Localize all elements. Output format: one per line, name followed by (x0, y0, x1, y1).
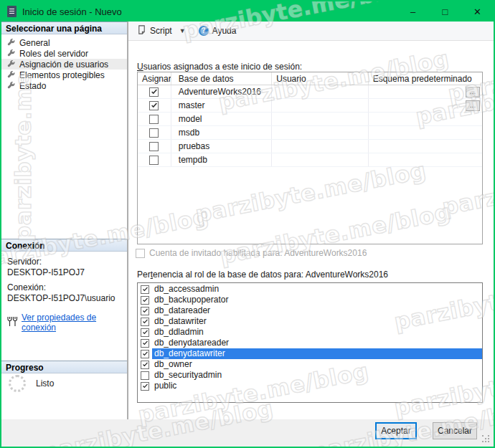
database-name-cell: pruebas (171, 140, 272, 153)
accept-button[interactable]: Aceptar (375, 422, 417, 439)
role-list-item[interactable]: db_owner (138, 359, 482, 370)
table-row[interactable]: tempdb ... (138, 153, 482, 167)
table-row[interactable]: AdventureWorks2016 ... (138, 85, 482, 99)
role-checkbox[interactable] (141, 361, 149, 369)
user-cell[interactable] (272, 85, 368, 98)
schema-cell[interactable]: ... (369, 126, 482, 139)
assign-checkbox[interactable] (149, 142, 159, 151)
role-checkbox[interactable] (141, 328, 149, 337)
server-value: DESKTOP-I51POJ7 (7, 267, 127, 277)
guest-account-label: Cuenta de invitado habilitada para: Adve… (149, 248, 367, 258)
user-cell[interactable] (272, 140, 368, 153)
sidebar: Seleccionar una página General Roles del… (1, 22, 128, 419)
assign-checkbox[interactable] (149, 101, 159, 110)
cancel-button[interactable]: Cancelar (433, 422, 477, 439)
column-header-asignar[interactable]: Asignar (138, 72, 171, 85)
server-label: Servidor: (7, 257, 127, 267)
progress-area: Listo (1, 371, 127, 414)
view-connection-properties-link[interactable]: Ver propiedades de conexión (22, 313, 127, 333)
role-name: db_owner (152, 359, 482, 370)
titlebar[interactable]: Inicio de sesión - Nuevo – □ ✕ (1, 1, 494, 22)
assign-checkbox[interactable] (149, 156, 159, 165)
role-name: db_denydatawriter (152, 348, 482, 359)
sidebar-page-item-roles-del-servidor[interactable]: Roles del servidor (1, 48, 127, 59)
assign-checkbox[interactable] (149, 87, 159, 97)
maximize-button[interactable]: □ (429, 1, 461, 22)
role-checkbox[interactable] (141, 339, 149, 348)
script-icon (137, 25, 146, 37)
role-list-item[interactable]: db_datareader (138, 305, 482, 316)
role-checkbox[interactable] (141, 371, 149, 380)
sidebar-page-label: Estado (19, 81, 46, 91)
help-button[interactable]: ? Ayuda (194, 23, 241, 39)
role-list-item[interactable]: db_backupoperator (138, 295, 482, 305)
schema-cell[interactable]: ... (369, 140, 482, 153)
user-cell[interactable] (272, 126, 368, 139)
table-row[interactable]: msdb ... (138, 126, 482, 140)
role-list-item[interactable]: db_datawriter (138, 316, 482, 327)
role-name: db_datareader (152, 305, 482, 316)
role-checkbox[interactable] (141, 307, 149, 315)
user-cell[interactable] (272, 153, 368, 166)
role-name: db_securityadmin (152, 370, 482, 381)
resize-grip[interactable] (482, 435, 484, 437)
column-header-usuario[interactable]: Usuario (272, 72, 368, 85)
schema-cell[interactable]: ... (369, 85, 482, 98)
script-button[interactable]: Script ▼ (133, 23, 190, 39)
role-list-item[interactable]: db_denydatawriter (138, 348, 482, 359)
select-page-header: Seleccionar una página (1, 22, 127, 34)
user-cell[interactable] (272, 113, 368, 125)
login-new-dialog: Inicio de sesión - Nuevo – □ ✕ Seleccion… (0, 0, 495, 448)
assign-checkbox[interactable] (149, 115, 159, 124)
role-list-item[interactable]: public (138, 381, 482, 391)
window-controls: – □ ✕ (397, 1, 494, 22)
role-name: public (152, 381, 482, 391)
login-dialog-icon (7, 6, 16, 17)
user-cell[interactable] (272, 99, 368, 112)
table-row[interactable]: pruebas ... (138, 140, 482, 153)
users-assigned-label: Usuarios asignados a este inicio de sesi… (137, 62, 302, 72)
role-checkbox[interactable] (141, 350, 149, 358)
page-list: General Roles del servidor Asignación de… (1, 37, 127, 91)
browse-button[interactable]: ... (466, 100, 480, 111)
browse-button[interactable]: ... (466, 87, 480, 97)
role-name: db_ddladmin (152, 327, 482, 338)
role-checkbox[interactable] (141, 382, 149, 391)
column-header-base-de-datos[interactable]: Base de datos (171, 72, 272, 85)
table-row[interactable]: master ... (138, 99, 482, 113)
connection-header: Conexión (1, 239, 127, 252)
database-name-cell: AdventureWorks2016 (171, 85, 272, 98)
connection-label: Conexión: (7, 282, 127, 292)
role-name: db_accessadmin (152, 284, 482, 295)
minimize-button[interactable]: – (397, 1, 429, 22)
schema-cell[interactable]: ... (369, 99, 482, 112)
table-row[interactable]: model ... (138, 113, 482, 126)
role-checkbox[interactable] (141, 318, 149, 326)
users-table: Asignar Base de datos Usuario Esquema pr… (137, 72, 483, 244)
progress-status: Listo (36, 378, 54, 389)
wrench-icon (7, 60, 15, 68)
role-list-item[interactable]: db_ddladmin (138, 327, 482, 338)
role-list-item[interactable]: db_denydatareader (138, 338, 482, 348)
role-list-item[interactable]: db_securityadmin (138, 370, 482, 381)
role-checkbox[interactable] (141, 296, 149, 305)
roles-listbox[interactable]: db_accessadmin db_backupoperator db_data… (137, 282, 483, 403)
chevron-down-icon[interactable]: ▼ (179, 27, 186, 34)
role-list-item[interactable]: db_accessadmin (138, 284, 482, 295)
database-name-cell: model (171, 113, 272, 125)
close-button[interactable]: ✕ (461, 1, 494, 22)
sidebar-page-item-asignaci-n-de-usuarios[interactable]: Asignación de usuarios (1, 59, 127, 70)
wrench-icon (7, 82, 15, 90)
sidebar-page-item-elementos-protegibles[interactable]: Elementos protegibles (1, 70, 127, 80)
sidebar-page-item-estado[interactable]: Estado (1, 80, 127, 91)
schema-cell[interactable]: ... (369, 153, 482, 166)
column-header-esquema[interactable]: Esquema predeterminado (369, 72, 482, 85)
toolbar: Script ▼ ? Ayuda (128, 22, 494, 41)
assign-checkbox[interactable] (149, 128, 159, 138)
sidebar-page-item-general[interactable]: General (1, 37, 127, 48)
connection-info: Servidor: DESKTOP-I51POJ7 Conexión: DESK… (1, 252, 127, 333)
sidebar-page-label: Roles del servidor (19, 49, 88, 59)
sidebar-page-label: Asignación de usuarios (19, 59, 108, 70)
role-checkbox[interactable] (141, 285, 149, 294)
schema-cell[interactable]: ... (369, 113, 482, 125)
